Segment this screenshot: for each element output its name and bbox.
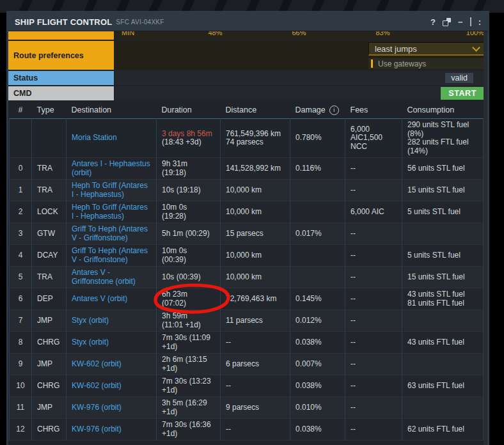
cell-damage: 0.116%	[290, 158, 345, 180]
cell-fees: --	[345, 419, 402, 441]
cell-type: CHRG	[32, 419, 67, 441]
scale-tick-100: 100%	[466, 31, 484, 36]
start-button[interactable]: START	[441, 87, 484, 100]
scrollbar[interactable]	[484, 31, 487, 445]
destination-link[interactable]: Moria Station	[72, 133, 117, 142]
cell-damage: 0.145%	[290, 288, 345, 310]
cell-distance: 6 parsecs	[221, 354, 290, 375]
status-label: Status	[8, 71, 114, 85]
cell-distance: 10,000 km	[221, 267, 290, 288]
cell-num: 11	[10, 397, 32, 419]
col-damage: Damagei	[290, 102, 345, 119]
status-badge: valid	[445, 73, 473, 83]
cell-distance: 10,000 km	[221, 201, 290, 223]
cell-duration: 3h 5m (16:29 +1d)	[157, 397, 221, 419]
cell-fees: --	[345, 288, 402, 310]
cell-num	[10, 119, 32, 158]
cell-damage	[290, 180, 345, 201]
destination-link[interactable]: Antares V (orbit)	[72, 294, 127, 303]
destination-link[interactable]: Antares V - Griffonstone (orbit)	[72, 268, 136, 286]
window-menu-icon[interactable]: :	[478, 18, 481, 26]
destination-link[interactable]: Styx (orbit)	[72, 338, 109, 347]
cell-type: LOCK	[32, 201, 67, 223]
cell-num: 9	[10, 354, 32, 375]
cell-consumption	[402, 354, 484, 375]
cell-consumption: 5 units STL fuel	[402, 245, 484, 267]
cell-distance: --	[221, 419, 290, 441]
table-row: 2 LOCK Heph To Griff (Antares I - Hephae…	[10, 201, 484, 223]
window-title: SHIP FLIGHT CONTROL	[15, 17, 112, 27]
destination-link[interactable]: KW-976 (orbit)	[72, 403, 122, 412]
cell-consumption	[402, 310, 484, 332]
cell-fees: 6,000 AIC1,500 NCC	[345, 119, 402, 158]
checkbox-indicator	[371, 59, 373, 68]
cell-duration: 7m 30s (13:23 +1d)	[157, 375, 221, 397]
reactor-scale-row: MIN 48% 66% 83% 100%	[8, 31, 487, 40]
cell-distance: --	[221, 375, 290, 397]
destination-link[interactable]: KW-976 (orbit)	[72, 425, 122, 433]
table-row-highlighted: 6 DEP Antares V (orbit) 6h 23m (07:02) 7…	[10, 288, 484, 310]
cell-num: 4	[10, 245, 32, 267]
cell-fees: --	[345, 375, 402, 397]
window-content: MIN 48% 66% 83% 100% Route preferences l…	[8, 31, 487, 441]
use-gateways-checkbox[interactable]: Use gateways	[368, 58, 485, 69]
cell-distance: 761,549,396 km 74 parsecs	[221, 119, 290, 158]
destination-link[interactable]: KW-602 (orbit)	[72, 359, 122, 368]
cell-consumption: 43 units FTL fuel	[402, 332, 484, 354]
cell-num: 3	[10, 223, 32, 245]
cell-damage: 0.010%	[290, 397, 345, 419]
col-consumption: Consumption	[402, 102, 484, 119]
cell-destination: Antares I - Hephaestus (orbit)	[67, 158, 157, 180]
cell-duration: 3 days 8h 56m (18:43 +3d)	[157, 119, 221, 158]
cell-type: DCAY	[32, 245, 67, 267]
cell-consumption: 15 units STL fuel	[402, 180, 484, 201]
cell-type: TRA	[32, 158, 67, 180]
cell-destination: Styx (orbit)	[67, 332, 157, 354]
cell-num: 12	[10, 419, 32, 441]
table-row: 5 TRA Antares V - Griffonstone (orbit) 1…	[10, 267, 484, 288]
destination-link[interactable]: Griff To Heph (Antares V - Griffonstone)	[72, 246, 148, 264]
cell-distance: 141,528,992 km	[221, 158, 290, 180]
cell-type: GTW	[32, 223, 67, 245]
help-icon[interactable]: ?	[430, 18, 436, 26]
cell-damage: 0.038%	[290, 419, 345, 441]
cell-distance: 10,000 km	[221, 180, 290, 201]
cell-fees: --	[345, 267, 402, 288]
cell-fees: --	[345, 310, 402, 332]
titlebar: SHIP FLIGHT CONTROL SFC AVI-04XKF ? − :	[8, 13, 487, 31]
cell-num: 8	[10, 332, 32, 354]
cell-destination: Griff To Heph (Antares V - Griffonstone)	[67, 245, 157, 267]
cell-consumption: 62 units FTL fuel	[402, 419, 484, 441]
destination-link[interactable]: Heph To Griff (Antares I - Hephaestus)	[72, 203, 148, 221]
info-icon[interactable]: i	[329, 105, 339, 115]
route-mode-dropdown[interactable]: least jumps	[368, 42, 485, 56]
cell-distance: 11 parsecs	[221, 310, 290, 332]
table-row: 4 DCAY Griff To Heph (Antares V - Griffo…	[10, 245, 484, 267]
cell-consumption: 43 units STL fuel 81 units FTL fuel	[402, 288, 484, 310]
cell-type: CHRG	[32, 332, 67, 354]
cell-type: JMP	[32, 397, 67, 419]
destination-link[interactable]: KW-602 (orbit)	[72, 381, 122, 390]
destination-link[interactable]: Griff To Heph (Antares V - Griffonstone)	[72, 224, 148, 242]
cell-distance: --	[221, 332, 290, 354]
cell-damage: 0.038%	[290, 332, 345, 354]
minimize-icon[interactable]: −	[458, 18, 463, 26]
cell-destination: Antares V - Griffonstone (orbit)	[67, 267, 157, 288]
chevron-down-icon	[472, 43, 480, 52]
cmd-row: CMD START	[8, 86, 487, 100]
duration-warning: 3 days 8h 56m	[162, 129, 212, 138]
cell-duration: 10m 0s (00:39)	[157, 245, 221, 267]
cell-num: 10	[10, 375, 32, 397]
destination-link[interactable]: Antares I - Hephaestus (orbit)	[72, 159, 150, 177]
destination-link[interactable]: Heph To Griff (Antares I - Hephaestus)	[72, 181, 148, 199]
reactor-scale[interactable]: MIN 48% 66% 83% 100%	[115, 31, 487, 40]
destination-link[interactable]: Styx (orbit)	[72, 316, 109, 325]
duplicate-window-icon[interactable]	[443, 18, 451, 26]
cell-duration: 7m 30s (16:36 +1d)	[157, 419, 221, 441]
cell-duration: 2h 6m (13:15 +1d)	[157, 354, 221, 375]
cmd-label: CMD	[8, 86, 114, 100]
cell-fees: --	[345, 397, 402, 419]
cell-duration: 10m 0s (19:28)	[157, 201, 221, 223]
cell-damage	[290, 201, 345, 223]
cell-fees: --	[345, 245, 402, 267]
